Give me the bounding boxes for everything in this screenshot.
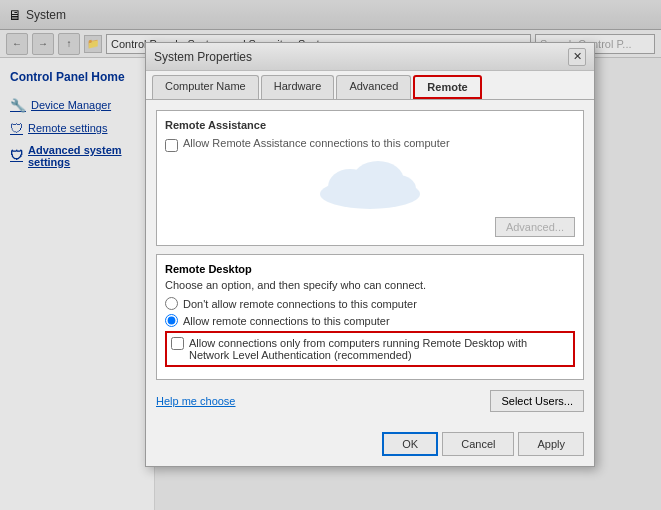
svg-point-10 xyxy=(380,175,416,203)
nla-checkbox-highlighted-box: Allow connections only from computers ru… xyxy=(165,331,575,367)
ok-button[interactable]: OK xyxy=(382,432,438,456)
dialog-title: System Properties xyxy=(154,50,252,64)
nla-checkbox[interactable] xyxy=(171,337,184,350)
remote-assistance-title: Remote Assistance xyxy=(165,119,575,131)
bottom-row: Help me choose Select Users... xyxy=(156,388,584,416)
remote-desktop-title: Remote Desktop xyxy=(165,263,575,275)
radio-dont-allow-row: Don't allow remote connections to this c… xyxy=(165,297,575,310)
svg-rect-12 xyxy=(362,187,384,202)
radio-allow-row: Allow remote connections to this compute… xyxy=(165,314,575,327)
remote-desktop-subtitle: Choose an option, and then specify who c… xyxy=(165,279,575,291)
tab-remote[interactable]: Remote xyxy=(413,75,481,99)
select-users-button[interactable]: Select Users... xyxy=(490,390,584,412)
remote-assistance-label: Allow Remote Assistance connections to t… xyxy=(183,137,450,149)
remote-assistance-checkbox[interactable] xyxy=(165,139,178,152)
advanced-button[interactable]: Advanced... xyxy=(495,217,575,237)
cloud-icon xyxy=(310,159,430,209)
footer-buttons: OK Cancel Apply xyxy=(382,432,584,456)
tab-hardware[interactable]: Hardware xyxy=(261,75,335,99)
remote-desktop-section: Remote Desktop Choose an option, and the… xyxy=(156,254,584,380)
radio-dont-allow-label: Don't allow remote connections to this c… xyxy=(183,298,417,310)
apply-button[interactable]: Apply xyxy=(518,432,584,456)
nla-checkbox-row: Allow connections only from computers ru… xyxy=(171,337,569,361)
radio-allow[interactable] xyxy=(165,314,178,327)
dialog-body: Remote Assistance Allow Remote Assistanc… xyxy=(146,100,594,426)
svg-rect-11 xyxy=(340,187,355,202)
help-me-choose-link[interactable]: Help me choose xyxy=(156,395,236,407)
remote-assistance-section: Remote Assistance Allow Remote Assistanc… xyxy=(156,110,584,246)
radio-dont-allow[interactable] xyxy=(165,297,178,310)
remote-assistance-image xyxy=(165,156,575,211)
remote-assistance-checkbox-row: Allow Remote Assistance connections to t… xyxy=(165,137,575,152)
dialog-footer: OK Cancel Apply xyxy=(146,426,594,466)
nla-checkbox-label: Allow connections only from computers ru… xyxy=(189,337,569,361)
system-properties-dialog: System Properties ✕ Computer Name Hardwa… xyxy=(145,42,595,467)
advanced-button-container: Advanced... xyxy=(165,217,575,237)
dialog-close-button[interactable]: ✕ xyxy=(568,48,586,66)
tab-computer-name[interactable]: Computer Name xyxy=(152,75,259,99)
tab-advanced[interactable]: Advanced xyxy=(336,75,411,99)
dialog-tabs: Computer Name Hardware Advanced Remote xyxy=(146,71,594,100)
radio-allow-label: Allow remote connections to this compute… xyxy=(183,315,390,327)
cancel-button[interactable]: Cancel xyxy=(442,432,514,456)
dialog-titlebar: System Properties ✕ xyxy=(146,43,594,71)
